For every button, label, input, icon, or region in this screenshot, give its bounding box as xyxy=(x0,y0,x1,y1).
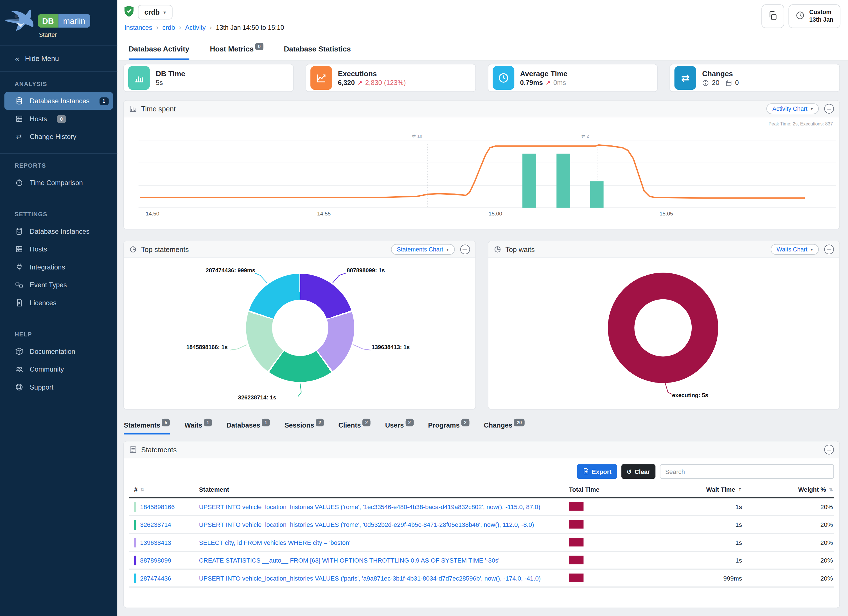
statements-chart-selector[interactable]: Statements Chart ▾ xyxy=(391,244,454,255)
change-marker-label[interactable]: ⇄ 18 xyxy=(412,134,422,138)
statements-donut[interactable] xyxy=(246,274,354,382)
statement-id-link[interactable]: 326238714 xyxy=(140,521,183,528)
breadcrumb-activity[interactable]: Activity xyxy=(185,24,206,31)
sidebar-item-change-history[interactable]: ⇄ Change History xyxy=(0,128,117,145)
col-header-wait-time[interactable]: Wait Time ↑ xyxy=(675,486,743,493)
tab-sessions[interactable]: Sessions2 xyxy=(285,422,324,434)
sort-icon: ⇅ xyxy=(140,487,145,492)
total-time-bar xyxy=(569,555,583,564)
sidebar-item-label: Time Comparison xyxy=(30,179,83,187)
swap-arrows-icon: ⇄ xyxy=(15,132,23,141)
statement-sql-link[interactable]: UPSERT INTO vehicle_location_histories V… xyxy=(199,503,564,510)
tab-label: Statements xyxy=(124,422,160,429)
search-input[interactable] xyxy=(660,464,834,479)
swap-arrows-icon: ⇄ xyxy=(412,134,416,138)
col-header-statement[interactable]: Statement xyxy=(194,486,564,493)
statement-sql-link[interactable]: CREATE STATISTICS __auto__ FROM [63] WIT… xyxy=(199,557,564,563)
tab-database-statistics[interactable]: Database Statistics xyxy=(284,45,351,60)
sidebar-item-label: Database Instances xyxy=(30,227,90,235)
sidebar-section-analysis: ANALYSIS Database Instances 1 Hosts 0 ⇄ … xyxy=(0,81,117,154)
donut-label: 326238714: 1s xyxy=(213,394,302,400)
change-marker-label[interactable]: ⇄ 2 xyxy=(581,134,589,138)
waits-chart-selector[interactable]: Waits Chart ▾ xyxy=(771,244,819,255)
licence-document-icon xyxy=(15,298,23,307)
statement-sql-link[interactable]: SELECT city, id FROM vehicles WHERE city… xyxy=(199,539,564,546)
tab-waits[interactable]: Waits1 xyxy=(184,422,212,434)
sidebar-item-label: Hosts xyxy=(30,245,47,253)
export-button[interactable]: Export xyxy=(577,464,617,479)
statements-panel: Statements − Export ↺ Clear xyxy=(123,441,840,608)
sidebar-item-database-instances-settings[interactable]: Database Instances xyxy=(0,223,117,240)
tab-changes[interactable]: Changes20 xyxy=(484,422,525,434)
kpi-value: 6,320 xyxy=(338,79,355,87)
collapse-panel-button[interactable]: − xyxy=(460,245,470,254)
wait-time-value: 1s xyxy=(675,503,743,510)
tab-database-activity[interactable]: Database Activity xyxy=(129,45,190,60)
waits-donut[interactable] xyxy=(608,273,718,383)
statement-id-link[interactable]: 1845898166 xyxy=(140,503,187,510)
waits-donut-chart: executing: 5s xyxy=(488,258,839,410)
sidebar-item-event-types[interactable]: Event Types xyxy=(0,276,117,294)
sidebar-item-support[interactable]: Support xyxy=(0,379,117,396)
instance-selector[interactable]: crdb ▾ xyxy=(138,5,172,19)
col-header-num[interactable]: # ⇅ xyxy=(129,486,194,493)
tab-programs[interactable]: Programs2 xyxy=(428,422,469,434)
top-waits-header: Top waits Waits Chart ▾ − xyxy=(488,241,839,258)
donut-label: 139638413: 1s xyxy=(371,343,410,350)
breadcrumb-crdb[interactable]: crdb xyxy=(162,24,175,31)
tab-statements[interactable]: Statements5 xyxy=(124,422,170,434)
sidebar-item-database-instances[interactable]: Database Instances 1 xyxy=(4,92,113,110)
collapse-panel-button[interactable]: − xyxy=(824,445,834,454)
tab-databases[interactable]: Databases1 xyxy=(226,422,270,434)
weight-value: 20% xyxy=(743,575,834,581)
swap-arrows-icon: ⇄ xyxy=(581,134,585,138)
tab-host-metrics[interactable]: Host Metrics0 xyxy=(210,45,263,60)
sidebar-item-licences[interactable]: Licences xyxy=(0,294,117,312)
brand-db: DB xyxy=(38,14,58,28)
hide-menu-button[interactable]: « Hide Menu xyxy=(0,46,117,72)
statement-id-link[interactable]: 287474436 xyxy=(140,575,183,581)
section-title: ANALYSIS xyxy=(0,81,117,92)
executions-bar[interactable] xyxy=(590,181,604,208)
sidebar-item-time-comparison[interactable]: Time Comparison xyxy=(0,174,117,191)
top-waits-panel: Top waits Waits Chart ▾ − xyxy=(488,241,840,410)
trend-chart-icon xyxy=(310,66,332,90)
chevrons-left-icon: « xyxy=(15,54,20,64)
tab-users[interactable]: Users2 xyxy=(385,422,414,434)
col-header-weight[interactable]: Weight % ⇅ xyxy=(743,486,834,493)
executions-bar[interactable] xyxy=(522,154,536,208)
statement-sql-link[interactable]: UPSERT INTO vehicle_location_histories V… xyxy=(199,575,564,581)
statement-id-link[interactable]: 139638413 xyxy=(140,539,183,546)
weight-value: 20% xyxy=(743,503,834,510)
clear-button[interactable]: ↺ Clear xyxy=(621,464,655,479)
selector-label: Statements Chart xyxy=(397,246,443,252)
sidebar-item-integrations[interactable]: Integrations xyxy=(0,258,117,276)
database-icon xyxy=(15,227,23,236)
collapse-panel-button[interactable]: − xyxy=(824,245,834,254)
tab-clients[interactable]: Clients2 xyxy=(338,422,370,434)
sidebar-item-hosts-settings[interactable]: Hosts xyxy=(0,240,117,258)
activity-chart-selector[interactable]: Activity Chart ▾ xyxy=(766,103,819,114)
kpi-delta: 2,830 (123%) xyxy=(365,79,406,87)
sidebar-item-hosts[interactable]: Hosts 0 xyxy=(0,110,117,128)
copy-link-button[interactable] xyxy=(762,4,784,28)
col-header-total-time[interactable]: Total Time xyxy=(564,486,675,493)
time-range-button[interactable]: Custom 13th Jan xyxy=(789,4,841,28)
selector-label: Activity Chart xyxy=(772,105,808,112)
kpi-row: DB Time 5s Executions 6,320 ↗ 2,830 (123… xyxy=(123,64,840,92)
activity-chart[interactable]: Peak Time: 2s, Executions: 837 xyxy=(124,117,839,229)
sidebar-item-documentation[interactable]: Documentation xyxy=(0,343,117,360)
collapse-panel-button[interactable]: − xyxy=(824,104,834,114)
col-label: # xyxy=(134,486,138,493)
people-icon xyxy=(15,365,23,374)
sidebar: DB marlin Starter « Hide Menu ANALYSIS D… xyxy=(0,0,117,616)
executions-bar[interactable] xyxy=(556,154,570,208)
section-title: HELP xyxy=(0,331,117,342)
kpi-title: Executions xyxy=(338,69,406,79)
statement-id-link[interactable]: 887898099 xyxy=(140,557,183,563)
tab-badge: 1 xyxy=(262,419,270,426)
sidebar-item-community[interactable]: Community xyxy=(0,360,117,378)
breadcrumb-instances[interactable]: Instances xyxy=(124,24,152,31)
panel-title: Top statements xyxy=(141,245,189,254)
statement-sql-link[interactable]: UPSERT INTO vehicle_location_histories V… xyxy=(199,521,564,528)
